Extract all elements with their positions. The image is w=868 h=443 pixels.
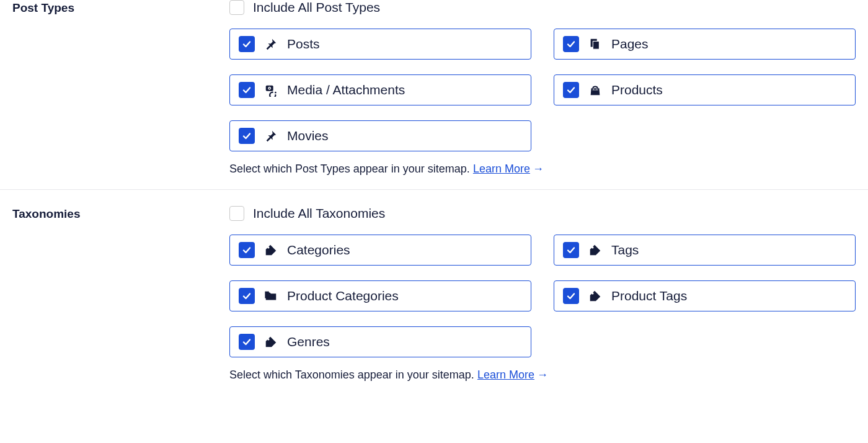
checkbox-checked-icon	[239, 128, 255, 144]
item-label: Pages	[611, 37, 649, 51]
taxonomies-section: Taxonomies Include All Taxonomies Catego…	[0, 189, 868, 395]
pin-icon	[264, 37, 278, 51]
item-label: Product Categories	[287, 289, 399, 303]
learn-more-link[interactable]: Learn More	[477, 369, 534, 381]
item-label: Categories	[287, 243, 350, 257]
bag-icon	[588, 83, 603, 97]
checkbox-checked-icon	[239, 288, 255, 304]
tag-icon	[588, 289, 603, 303]
checkbox-checked-icon	[563, 242, 579, 258]
post-type-item-pages[interactable]: Pages	[554, 29, 856, 60]
post-types-section: Post Types Include All Post Types Posts …	[0, 0, 868, 189]
helper-text: Select which Post Types appear in your s…	[229, 163, 470, 175]
post-type-item-posts[interactable]: Posts	[229, 29, 531, 60]
arrow-right-icon: →	[537, 369, 548, 381]
taxonomy-item-categories[interactable]: Categories	[229, 235, 531, 266]
taxonomies-grid: Categories Tags Product Categories Produ…	[229, 235, 856, 357]
item-label: Movies	[287, 128, 329, 143]
taxonomy-item-product-categories[interactable]: Product Categories	[229, 280, 531, 311]
taxonomies-heading: Taxonomies	[12, 206, 229, 395]
include-all-taxonomies-checkbox[interactable]: Include All Taxonomies	[229, 206, 856, 221]
checkbox-unchecked-icon	[229, 206, 244, 221]
taxonomies-content: Include All Taxonomies Categories Tags P…	[229, 206, 856, 395]
pin-icon	[264, 128, 278, 143]
item-label: Genres	[287, 334, 330, 349]
checkbox-checked-icon	[239, 242, 255, 258]
include-all-post-types-checkbox[interactable]: Include All Post Types	[229, 0, 856, 15]
checkbox-checked-icon	[239, 82, 255, 98]
media-icon	[264, 83, 278, 97]
item-label: Tags	[611, 243, 639, 257]
folder-icon	[264, 289, 278, 303]
checkbox-checked-icon	[563, 36, 579, 52]
post-types-content: Include All Post Types Posts Pages Media…	[229, 0, 856, 189]
checkbox-checked-icon	[239, 334, 255, 350]
post-type-item-products[interactable]: Products	[554, 74, 856, 105]
helper-text: Select which Taxonomies appear in your s…	[229, 369, 474, 381]
taxonomies-helper: Select which Taxonomies appear in your s…	[229, 369, 856, 382]
checkbox-checked-icon	[239, 36, 255, 52]
taxonomy-item-genres[interactable]: Genres	[229, 326, 531, 357]
checkbox-unchecked-icon	[229, 0, 244, 15]
checkbox-checked-icon	[563, 82, 579, 98]
post-type-item-movies[interactable]: Movies	[229, 120, 531, 151]
tag-icon	[264, 243, 278, 257]
include-all-post-types-label: Include All Post Types	[253, 0, 380, 15]
tag-icon	[264, 334, 278, 349]
item-label: Media / Attachments	[287, 83, 405, 97]
taxonomy-item-product-tags[interactable]: Product Tags	[554, 280, 856, 311]
include-all-taxonomies-label: Include All Taxonomies	[253, 206, 385, 221]
pages-icon	[588, 37, 603, 51]
post-types-heading: Post Types	[12, 0, 229, 189]
arrow-right-icon: →	[533, 163, 544, 175]
post-types-grid: Posts Pages Media / Attachments Products	[229, 29, 856, 151]
item-label: Posts	[287, 37, 320, 51]
tag-icon	[588, 243, 603, 257]
item-label: Products	[611, 83, 663, 97]
post-types-helper: Select which Post Types appear in your s…	[229, 163, 856, 176]
taxonomy-item-tags[interactable]: Tags	[554, 235, 856, 266]
checkbox-checked-icon	[563, 288, 579, 304]
learn-more-link[interactable]: Learn More	[473, 163, 530, 175]
post-type-item-media[interactable]: Media / Attachments	[229, 74, 531, 105]
item-label: Product Tags	[611, 289, 687, 303]
